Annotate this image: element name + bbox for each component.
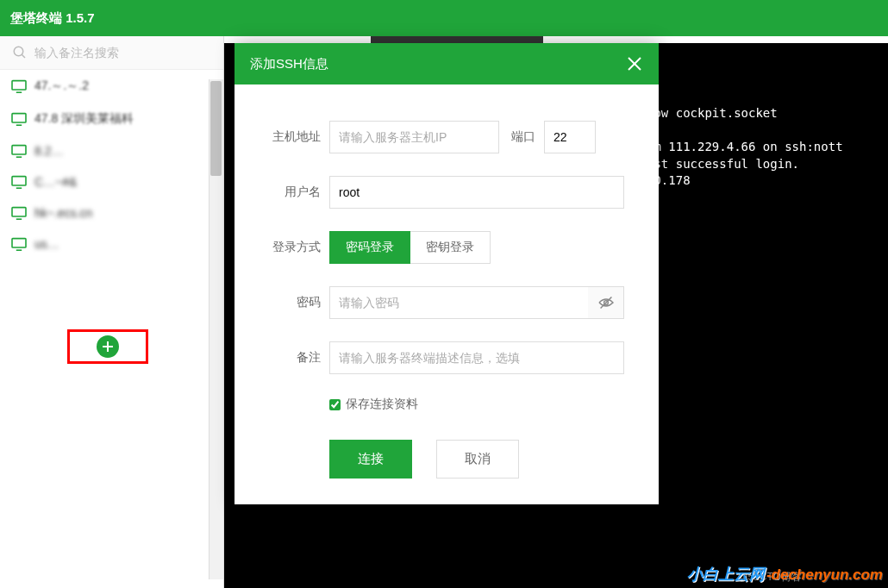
remark-row: 备注 xyxy=(260,341,624,374)
server-label: C…~#& xyxy=(34,175,77,189)
svg-rect-4 xyxy=(12,114,26,122)
monitor-icon xyxy=(10,206,28,220)
server-label: us… xyxy=(34,237,59,251)
sidebar: 47.～.～.2 47.8 深圳美莱福科 8.2… C…~#& hk~.ecs.… xyxy=(0,36,224,588)
close-icon xyxy=(627,56,642,72)
svg-rect-2 xyxy=(12,81,26,90)
tab-key-login[interactable]: 密钥登录 xyxy=(410,231,491,264)
modal-header: 添加SSH信息 xyxy=(235,43,659,84)
login-method-tabs: 密码登录 密钥登录 xyxy=(329,231,491,264)
cancel-button[interactable]: 取消 xyxy=(436,440,519,479)
save-connection-row: 保存连接资料 xyxy=(329,397,624,412)
monitor-icon xyxy=(10,175,28,189)
port-label: 端口 xyxy=(511,129,535,145)
button-row: 连接 取消 xyxy=(329,440,624,479)
add-server-button[interactable] xyxy=(97,335,119,358)
login-method-label: 登录方式 xyxy=(260,240,321,255)
username-row: 用户名 xyxy=(260,176,624,209)
scrollbar-thumb[interactable] xyxy=(210,81,222,176)
server-item[interactable]: 47.～.～.2 xyxy=(0,70,223,103)
watermark-text1: 小白上云网 xyxy=(687,564,765,585)
server-label: 47.8 深圳美莱福科 xyxy=(34,111,134,127)
monitor-icon xyxy=(10,79,28,93)
server-label: 8.2… xyxy=(34,144,63,158)
svg-point-0 xyxy=(14,47,23,56)
watermark-text2: -dechenyun.com xyxy=(766,566,883,584)
server-item[interactable]: 8.2… xyxy=(0,135,223,166)
host-label: 主机地址 xyxy=(260,129,321,145)
svg-rect-8 xyxy=(12,177,26,185)
terminal-tabs-bar xyxy=(224,36,888,43)
save-connection-checkbox[interactable] xyxy=(329,399,341,410)
monitor-icon xyxy=(10,237,28,251)
server-item[interactable]: us… xyxy=(0,228,223,260)
save-connection-label: 保存连接资料 xyxy=(346,397,418,412)
connect-button[interactable]: 连接 xyxy=(329,440,412,479)
username-input[interactable] xyxy=(329,176,624,209)
server-item[interactable]: 47.8 深圳美莱福科 xyxy=(0,103,223,135)
svg-rect-12 xyxy=(12,239,26,247)
modal-body: 主机地址 端口 用户名 登录方式 密码登录 密钥登录 密码 xyxy=(235,84,659,504)
plus-icon xyxy=(102,341,114,353)
remark-label: 备注 xyxy=(260,350,321,366)
password-row: 密码 xyxy=(260,286,624,319)
search-box xyxy=(0,36,223,70)
tab-password-login[interactable]: 密码登录 xyxy=(329,231,410,264)
toggle-password-visibility[interactable] xyxy=(588,286,624,319)
ssh-modal: 添加SSH信息 主机地址 端口 用户名 登录方式 密码登录 密钥登录 密码 xyxy=(235,43,659,504)
watermark: 小白上云网 -dechenyun.com xyxy=(687,564,883,585)
app-title: 堡塔终端 1.5.7 xyxy=(10,10,95,27)
password-label: 密码 xyxy=(260,295,321,310)
port-input[interactable] xyxy=(544,121,596,153)
remark-input[interactable] xyxy=(329,341,624,374)
svg-line-1 xyxy=(22,54,25,58)
password-input[interactable] xyxy=(329,286,624,319)
monitor-icon xyxy=(10,144,28,158)
svg-rect-10 xyxy=(12,208,26,216)
modal-title: 添加SSH信息 xyxy=(250,56,328,72)
search-input[interactable] xyxy=(34,46,215,59)
login-method-row: 登录方式 密码登录 密钥登录 xyxy=(260,231,624,264)
username-label: 用户名 xyxy=(260,185,321,200)
server-item[interactable]: hk~.ecs.cn xyxy=(0,197,223,228)
svg-rect-6 xyxy=(12,146,26,154)
host-input[interactable] xyxy=(329,121,499,153)
monitor-icon xyxy=(10,112,28,126)
server-label: 47.～.～.2 xyxy=(34,78,89,94)
server-label: hk~.ecs.cn xyxy=(34,206,92,220)
app-header: 堡塔终端 1.5.7 xyxy=(0,0,888,36)
close-button[interactable] xyxy=(626,55,643,72)
search-icon xyxy=(12,45,28,60)
add-button-highlight xyxy=(67,329,148,364)
eye-slash-icon xyxy=(597,296,615,310)
server-item[interactable]: C…~#& xyxy=(0,166,223,197)
host-row: 主机地址 端口 xyxy=(260,121,624,153)
